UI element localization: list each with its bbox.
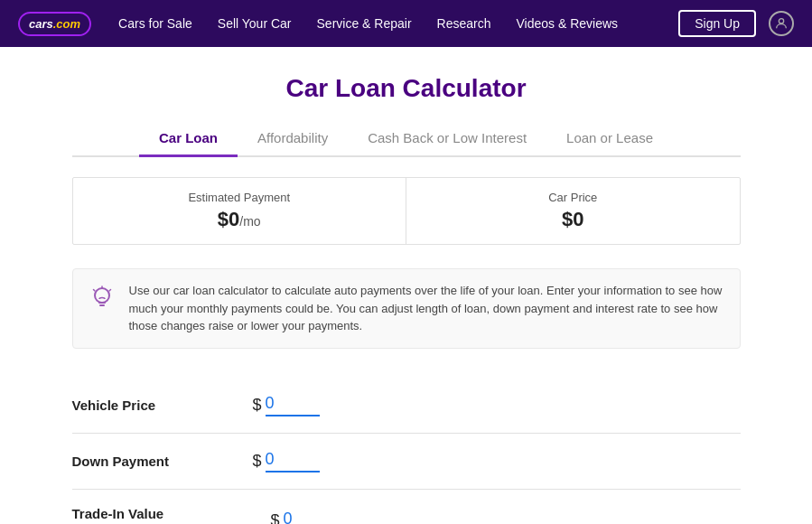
estimated-payment-cell: Estimated Payment $0/mo — [73, 178, 407, 244]
car-price-label: Car Price — [425, 191, 722, 204]
tab-loan-or-lease[interactable]: Loan or Lease — [546, 123, 673, 157]
nav-link-videos-reviews[interactable]: Videos & Reviews — [516, 16, 618, 31]
nav-links: Cars for Sale Sell Your Car Service & Re… — [118, 16, 678, 31]
logo-dot: .com — [53, 17, 80, 31]
vehicle-price-row: Vehicle Price $ — [72, 378, 741, 434]
down-payment-dollar: $ — [253, 452, 262, 471]
vehicle-price-input-wrap: $ — [253, 394, 320, 416]
payment-unit: /mo — [239, 214, 260, 229]
trade-in-value-label: Trade-In Value — [72, 506, 253, 521]
car-price-cell: Car Price $0 — [406, 178, 740, 244]
info-text: Use our car loan calculator to calculate… — [129, 282, 725, 335]
nav-link-service-repair[interactable]: Service & Repair — [317, 16, 412, 31]
tab-car-loan[interactable]: Car Loan — [139, 123, 238, 157]
tab-affordability[interactable]: Affordability — [238, 123, 348, 157]
user-icon[interactable] — [769, 11, 794, 36]
summary-row: Estimated Payment $0/mo Car Price $0 — [72, 177, 741, 245]
trade-in-label-group: Trade-In Value Check my car's value — [72, 506, 253, 525]
nav-link-sell-your-car[interactable]: Sell Your Car — [218, 16, 292, 31]
down-payment-label: Down Payment — [72, 454, 253, 469]
down-payment-input-wrap: $ — [253, 450, 320, 473]
trade-in-value-row: Trade-In Value Check my car's value $ — [72, 490, 741, 525]
vehicle-price-input[interactable] — [266, 394, 320, 416]
page-title: Car Loan Calculator — [72, 74, 741, 103]
trade-in-input-wrap: $ — [271, 510, 338, 525]
tab-cash-back[interactable]: Cash Back or Low Interest — [348, 123, 546, 157]
trade-in-dollar: $ — [271, 511, 280, 525]
vehicle-price-label: Vehicle Price — [72, 398, 253, 413]
down-payment-row: Down Payment $ — [72, 434, 741, 490]
estimated-payment-label: Estimated Payment — [91, 191, 388, 204]
navbar: cars .com Cars for Sale Sell Your Car Se… — [0, 0, 812, 47]
svg-point-0 — [779, 19, 783, 23]
nav-right: Sign Up — [678, 10, 794, 37]
estimated-payment-value: $0/mo — [91, 208, 388, 231]
info-box: Use our car loan calculator to calculate… — [72, 268, 741, 349]
nav-link-research[interactable]: Research — [437, 16, 491, 31]
down-payment-input[interactable] — [266, 450, 320, 473]
nav-link-cars-for-sale[interactable]: Cars for Sale — [118, 16, 192, 31]
logo[interactable]: cars .com — [18, 12, 91, 36]
tabs: Car Loan Affordability Cash Back or Low … — [72, 123, 741, 157]
main-content: Car Loan Calculator Car Loan Affordabili… — [54, 47, 759, 524]
logo-text: cars — [29, 17, 53, 31]
trade-in-input[interactable] — [284, 510, 338, 525]
sign-up-button[interactable]: Sign Up — [678, 10, 756, 37]
car-price-value: $0 — [425, 208, 722, 231]
lightbulb-icon — [88, 284, 117, 319]
vehicle-price-dollar: $ — [253, 396, 262, 415]
svg-point-1 — [95, 288, 109, 303]
